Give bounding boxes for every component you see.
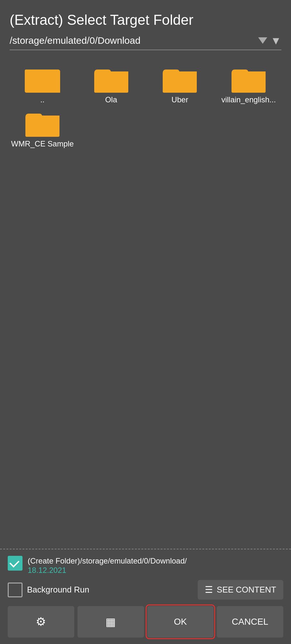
ok-label: OK bbox=[174, 617, 187, 627]
create-folder-row: (Create Folder)/storage/emulated/0/Downl… bbox=[8, 556, 283, 575]
barcode-icon bbox=[105, 615, 116, 628]
dialog-header: (Extract) Select Target Folder /storage/… bbox=[0, 0, 291, 54]
path-bar: /storage/emulated/0/Download ▼ bbox=[10, 34, 281, 50]
action-buttons-row: OK CANCEL bbox=[8, 606, 283, 644]
empty-space bbox=[0, 155, 291, 548]
cancel-label: CANCEL bbox=[232, 617, 268, 627]
filter-icon[interactable]: ▼ bbox=[270, 34, 281, 47]
folder-label-uber: Uber bbox=[171, 95, 188, 105]
create-folder-info: (Create Folder)/storage/emulated/0/Downl… bbox=[28, 556, 187, 575]
background-run-row: Background Run bbox=[8, 583, 89, 597]
extract-dialog: (Extract) Select Target Folder /storage/… bbox=[0, 0, 291, 644]
folder-item-wmr[interactable]: WMR_CE Sample bbox=[10, 108, 75, 149]
current-path: /storage/emulated/0/Download bbox=[10, 35, 258, 46]
barcode-button[interactable] bbox=[77, 606, 144, 638]
folder-label-wmr: WMR_CE Sample bbox=[11, 139, 74, 149]
folder-icon-uber bbox=[162, 64, 197, 93]
folder-icon-wmr bbox=[25, 108, 60, 137]
folder-icon-villain bbox=[231, 64, 266, 93]
background-run-checkbox[interactable] bbox=[8, 583, 23, 597]
cancel-button[interactable]: CANCEL bbox=[217, 606, 283, 638]
folder-item-ola[interactable]: Ola bbox=[78, 64, 144, 105]
dialog-title: (Extract) Select Target Folder bbox=[10, 12, 281, 29]
see-content-label: SEE CONTENT bbox=[217, 585, 276, 595]
bottom-section: (Create Folder)/storage/emulated/0/Downl… bbox=[0, 549, 291, 644]
gear-icon bbox=[36, 615, 46, 629]
folder-icon-ola bbox=[94, 64, 129, 93]
folder-item-parent[interactable]: .. bbox=[10, 64, 75, 105]
settings-button[interactable] bbox=[8, 606, 74, 638]
background-run-label: Background Run bbox=[27, 585, 89, 595]
see-content-button[interactable]: ☰ SEE CONTENT bbox=[198, 580, 283, 600]
create-folder-path: (Create Folder)/storage/emulated/0/Downl… bbox=[28, 556, 187, 565]
see-content-icon: ☰ bbox=[205, 584, 213, 595]
create-folder-date: 18.12.2021 bbox=[28, 566, 187, 575]
options-row: Background Run ☰ SEE CONTENT bbox=[8, 580, 283, 600]
folder-label-villain: villain_english... bbox=[221, 95, 276, 105]
create-folder-checkbox[interactable] bbox=[8, 556, 23, 571]
folder-item-uber[interactable]: Uber bbox=[147, 64, 213, 105]
path-arrow-icon bbox=[258, 37, 267, 44]
folder-item-villain[interactable]: villain_english... bbox=[216, 64, 281, 105]
folder-icon-parent bbox=[25, 64, 60, 93]
folder-grid: .. Ola Uber bbox=[0, 54, 291, 155]
folder-label-parent: .. bbox=[40, 95, 44, 105]
ok-button[interactable]: OK bbox=[147, 606, 214, 638]
folder-label-ola: Ola bbox=[105, 95, 117, 105]
